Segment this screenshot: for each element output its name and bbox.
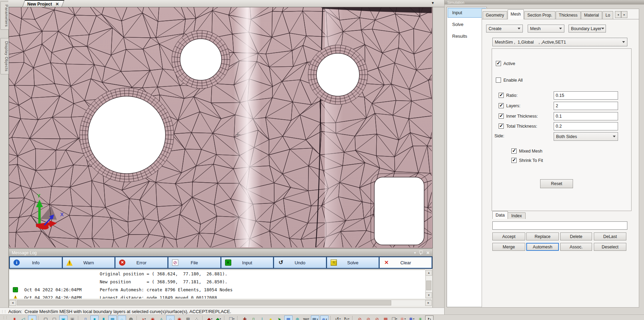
nav-item-input[interactable]: Input xyxy=(448,8,486,18)
snap-points-icon[interactable]: ∴ xyxy=(193,316,200,320)
message-log-titlebar[interactable]: Message Log ▾ ✕ xyxy=(9,249,432,256)
copy-page-icon[interactable]: ❏▾ xyxy=(391,316,398,320)
side-dropdown[interactable]: Both Sides xyxy=(554,132,618,141)
wireframe-view-icon[interactable]: ▢ xyxy=(42,316,50,320)
close-project-icon[interactable]: ✕ xyxy=(55,2,59,7)
fill-green-icon[interactable]: ◆▾ xyxy=(215,316,222,320)
render-red-icon[interactable]: ❋▾ xyxy=(399,316,407,320)
shaded-view-icon[interactable]: ▣ xyxy=(59,316,68,320)
shaded-edges-view-icon[interactable]: ▣ xyxy=(69,316,76,320)
log-file-button[interactable]: File xyxy=(168,257,221,268)
window-new-icon[interactable]: ❏▾ xyxy=(228,316,235,320)
ratio-checkbox[interactable] xyxy=(499,93,504,98)
log-error-button[interactable]: Error xyxy=(115,257,168,268)
delete-button[interactable]: Delete xyxy=(560,232,592,240)
accept-button[interactable]: Accept xyxy=(492,232,525,240)
undo-icon[interactable]: ↺▾ xyxy=(334,316,342,320)
tab-index[interactable]: Index xyxy=(508,212,526,219)
close-icon[interactable]: ✕ xyxy=(426,250,430,255)
inner-thickness-checkbox[interactable] xyxy=(499,113,504,119)
tab-section-prop[interactable]: Section Prop. xyxy=(524,11,555,19)
scroll-up-icon[interactable]: ▲ xyxy=(426,270,432,276)
collapse-icon[interactable]: ▾ xyxy=(414,251,416,255)
render-blue-icon[interactable]: ❋▾ xyxy=(408,316,415,320)
plus-marker-icon[interactable]: ✚ xyxy=(241,316,249,320)
merge-button[interactable]: Merge xyxy=(492,243,525,251)
coil-display-icon[interactable]: ◍ xyxy=(127,316,135,320)
text-display-icon[interactable]: TEXT xyxy=(302,316,310,320)
results-contour-icon[interactable]: ▮ xyxy=(11,316,18,320)
erase-edit-icon[interactable]: ⊘ xyxy=(365,316,372,320)
element-display-icon[interactable]: ◬ xyxy=(158,316,165,320)
layers-checkbox[interactable] xyxy=(499,103,504,108)
project-tab[interactable]: New Project ✕ xyxy=(22,0,64,7)
ellipse-display-icon[interactable]: ○ xyxy=(118,316,126,320)
tab-geometry[interactable]: Geometry xyxy=(483,11,507,19)
nav-item-results[interactable]: Results xyxy=(448,31,486,41)
ellipse-blank-icon[interactable]: ○ xyxy=(166,316,175,320)
scroll-thumb[interactable] xyxy=(17,300,391,305)
grid-blue-icon[interactable]: ▦ xyxy=(284,316,293,320)
replace-button[interactable]: Replace xyxy=(526,232,559,240)
scroll-down-icon[interactable]: ▼ xyxy=(426,292,432,298)
redo-icon[interactable]: ↻▾ xyxy=(343,316,350,320)
ellipse-yellow-icon[interactable]: ● xyxy=(267,316,275,320)
log-clear-button[interactable]: Clear xyxy=(379,257,432,268)
log-solve-button[interactable]: Solve xyxy=(327,257,379,268)
node-display-icon[interactable]: ◉ xyxy=(149,316,156,320)
tab-overflow-icon[interactable]: ▼ xyxy=(431,1,435,5)
point-display-icon[interactable]: ▯ xyxy=(82,316,89,320)
tab-mesh[interactable]: Mesh xyxy=(508,9,524,19)
layers-field[interactable] xyxy=(554,102,618,110)
shrink-to-fit-checkbox[interactable] xyxy=(511,158,517,163)
scroll-left-icon[interactable]: ◄ xyxy=(9,300,16,306)
inner-thickness-field[interactable] xyxy=(554,112,618,120)
render-green-icon[interactable]: ✳ xyxy=(417,316,424,320)
log-horizontal-scrollbar[interactable]: ◄ ► xyxy=(9,300,432,306)
delast-button[interactable]: DeLast xyxy=(594,232,626,240)
erase-all-icon[interactable]: ⊘ xyxy=(373,316,381,320)
reset-button[interactable]: Reset xyxy=(540,179,573,188)
face-display-icon[interactable]: ▮ xyxy=(100,316,107,320)
active-checkbox[interactable] xyxy=(496,61,501,66)
rect-marker-icon[interactable]: ▯ xyxy=(250,316,257,320)
scroll-right-icon[interactable]: ► xyxy=(425,300,432,306)
globe-grid-icon[interactable]: ⊕▾ xyxy=(320,316,329,320)
nav-item-solve[interactable]: Solve xyxy=(448,20,486,29)
object-dropdown[interactable]: Mesh xyxy=(528,25,564,33)
pin-icon[interactable] xyxy=(419,250,423,254)
hiddenline-view-icon[interactable]: ▢ xyxy=(51,316,58,320)
log-warn-button[interactable]: Warn xyxy=(63,257,115,268)
line-marker-icon[interactable]: | xyxy=(258,316,266,320)
edge-display-icon[interactable]: ▮ xyxy=(90,316,99,320)
erase-entity-icon[interactable]: ⊘ xyxy=(356,316,364,320)
tab-display-objects[interactable]: Display Objects xyxy=(0,38,10,74)
globe-display-icon[interactable]: ⊕ xyxy=(294,316,301,320)
arrow-green-icon[interactable]: ➤ xyxy=(276,316,283,320)
log-vertical-scrollbar[interactable]: ▲ ▼ xyxy=(426,270,432,298)
type-dropdown[interactable]: Boundary Layer xyxy=(569,25,606,33)
action-dropdown[interactable]: Create xyxy=(486,25,523,33)
log-info-button[interactable]: Info xyxy=(10,257,62,268)
highlight-icon[interactable]: ☀ xyxy=(28,316,36,320)
automesh-button[interactable]: Automesh xyxy=(526,243,559,251)
simulation-panel-titlebar[interactable]: Simulation xyxy=(445,0,644,4)
tab-scroll-right-icon[interactable]: ► xyxy=(621,11,627,18)
total-thickness-checkbox[interactable] xyxy=(499,124,504,129)
view-orientation-icon[interactable]: ◁ xyxy=(19,316,27,320)
tab-material[interactable]: Material xyxy=(581,11,602,19)
tab-scroll-left-icon[interactable]: ◄ xyxy=(615,11,621,18)
node-small-icon[interactable]: ◉ xyxy=(176,316,183,320)
total-thickness-field[interactable] xyxy=(554,122,618,130)
viewport[interactable] xyxy=(9,7,433,248)
tab-loads[interactable]: Lo xyxy=(602,11,613,19)
refresh-view-icon[interactable]: ↻ xyxy=(425,316,433,320)
grid-box-icon[interactable]: ⊞ xyxy=(184,316,192,320)
fill-red-icon[interactable]: ◆▾ xyxy=(206,316,214,320)
mesh-select-dropdown[interactable]: MeshSim , 1,Global , ,Active,SET1 xyxy=(492,38,627,46)
deselect-button[interactable]: Deselect xyxy=(594,243,626,251)
label-z-icon[interactable]: Iz▾ xyxy=(140,316,148,320)
mesh-grid-display-icon[interactable]: ▦ xyxy=(108,316,117,320)
erase-grid-icon[interactable]: ▩ xyxy=(382,316,390,320)
table-display-icon[interactable]: ▦▾ xyxy=(311,316,319,320)
